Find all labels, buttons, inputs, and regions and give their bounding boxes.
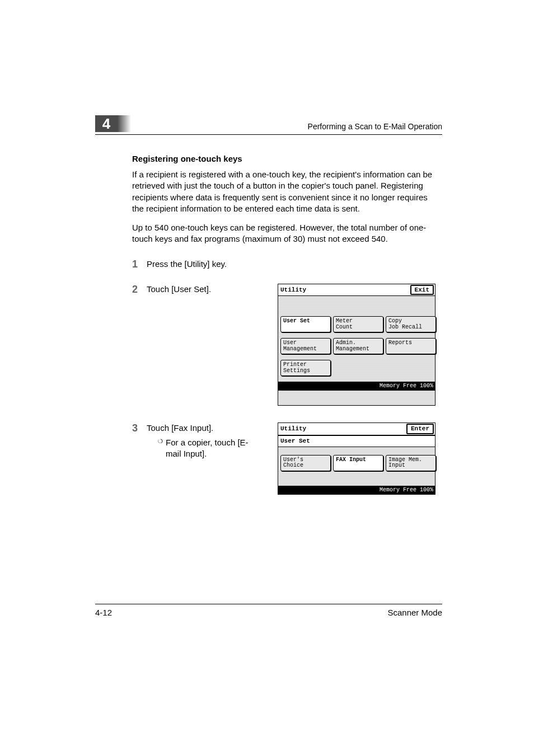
step-number: 3 — [132, 422, 147, 434]
button-row: User's Choice FAX Input Image Mem. Input — [280, 455, 433, 471]
paragraph-2: Up to 540 one-touch keys can be register… — [132, 222, 440, 245]
sub-bullet: ❍ For a copier, touch [E-mail Input]. — [158, 437, 259, 460]
panel-subtitle: User Set — [278, 435, 435, 447]
touch-panel-user-set: Utility Enter User Set User's Choice FAX… — [278, 422, 435, 495]
body-text: Registering one-touch keys If a recipien… — [132, 154, 440, 498]
step-text: Touch [User Set]. — [147, 284, 259, 295]
step-text: Press the [Utility] key. — [147, 259, 440, 270]
meter-count-button[interactable]: Meter Count — [333, 316, 383, 332]
memory-status: Memory Free 100% — [278, 382, 435, 391]
user-set-button[interactable]: User Set — [280, 316, 331, 332]
step-body: Touch [User Set]. Utility Exit User Set — [147, 284, 440, 409]
panel-body: User Set User's Choice FAX Input Image M… — [278, 435, 435, 494]
user-management-button[interactable]: User Management — [280, 338, 331, 354]
panel-title: Utility — [279, 425, 307, 433]
memory-status: Memory Free 100% — [278, 486, 435, 495]
button-row-2: User Management Admin. Management Report… — [280, 338, 433, 354]
paragraph-1: If a recipient is registered with a one-… — [132, 169, 440, 214]
page-footer: 4-12 Scanner Mode — [95, 604, 442, 617]
panel-title: Utility — [279, 286, 307, 294]
section-heading: Registering one-touch keys — [132, 154, 440, 163]
step-2: 2 Touch [User Set]. Utility Exit — [132, 284, 440, 409]
step-number: 1 — [132, 259, 147, 270]
step-1: 1 Press the [Utility] key. — [132, 259, 440, 270]
footer-mode: Scanner Mode — [387, 608, 442, 617]
screenshot-user-set: Utility Enter User Set User's Choice FAX… — [278, 422, 440, 498]
enter-button[interactable]: Enter — [406, 424, 434, 434]
image-mem-input-button[interactable]: Image Mem. Input — [386, 455, 436, 471]
fax-input-button[interactable]: FAX Input — [333, 455, 383, 471]
chapter-accent — [118, 115, 131, 132]
exit-button[interactable]: Exit — [410, 285, 434, 295]
header-title: Performing a Scan to E-Mail Operation — [308, 122, 442, 132]
printer-settings-button[interactable]: Printer Settings — [280, 360, 331, 376]
admin-management-button[interactable]: Admin. Management — [333, 338, 383, 354]
step-body: Touch [Fax Input]. ❍ For a copier, touch… — [147, 422, 440, 498]
button-row-1: User Set Meter Count Copy Job Recall — [280, 316, 433, 332]
step-text-column: Touch [Fax Input]. ❍ For a copier, touch… — [147, 422, 259, 460]
panel-header: Utility Enter — [278, 423, 435, 435]
button-row-3: Printer Settings — [280, 360, 433, 376]
panel-header: Utility Exit — [278, 284, 435, 297]
users-choice-button[interactable]: User's Choice — [280, 455, 331, 471]
steps-list: 1 Press the [Utility] key. 2 Touch [User… — [132, 259, 440, 499]
chapter-number: 4 — [95, 115, 118, 132]
step-3: 3 Touch [Fax Input]. ❍ For a copier, tou… — [132, 422, 440, 498]
copy-job-recall-button[interactable]: Copy Job Recall — [386, 316, 436, 332]
bullet-icon: ❍ — [158, 437, 166, 446]
content-area: 4 Performing a Scan to E-Mail Operation … — [95, 115, 442, 511]
screenshot-utility: Utility Exit User Set Meter Count Copy J… — [278, 284, 440, 409]
panel-body: User Set Meter Count Copy Job Recall Use… — [278, 296, 435, 405]
page-header: 4 Performing a Scan to E-Mail Operation — [95, 115, 442, 135]
step-number: 2 — [132, 284, 147, 295]
sub-bullet-text: For a copier, touch [E-mail Input]. — [166, 437, 259, 460]
page-number: 4-12 — [95, 608, 112, 617]
page: 4 Performing a Scan to E-Mail Operation … — [0, 0, 534, 756]
step-text: Touch [Fax Input]. — [147, 422, 259, 434]
touch-panel-utility: Utility Exit User Set Meter Count Copy J… — [278, 284, 435, 406]
reports-button[interactable]: Reports — [386, 338, 436, 354]
